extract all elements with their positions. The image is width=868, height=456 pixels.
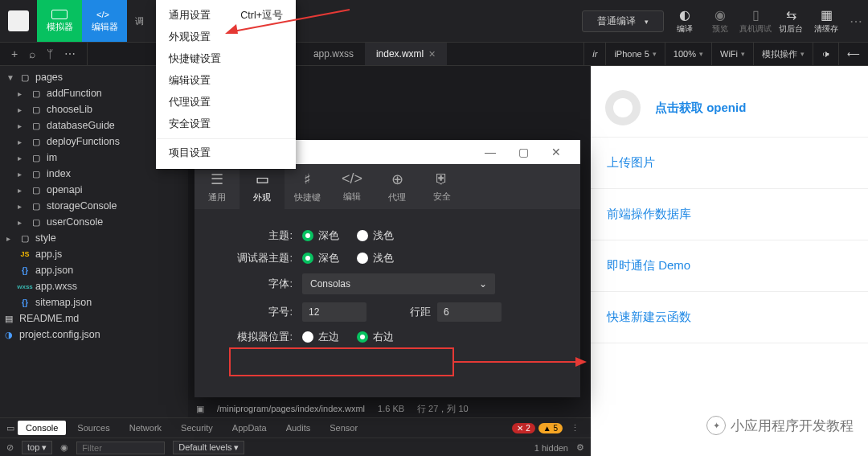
- device-select[interactable]: iPhone 5▾: [605, 43, 664, 65]
- lineheight-input[interactable]: 6: [437, 302, 502, 322]
- more-icon[interactable]: ⋯: [64, 47, 76, 60]
- menu-general-settings[interactable]: 通用设置Ctrl+逗号: [156, 5, 296, 27]
- italic-icon[interactable]: ir: [583, 43, 605, 65]
- search-icon[interactable]: ⌕: [29, 47, 35, 60]
- dt-console[interactable]: Console: [18, 421, 66, 435]
- sim-right-radio[interactable]: 右边: [357, 330, 394, 344]
- warning-badge[interactable]: ▲ 5: [538, 423, 563, 433]
- dlg-tab-appearance[interactable]: ▭外观: [240, 164, 285, 209]
- tab-label: index.wxml: [376, 48, 424, 60]
- theme-light-radio[interactable]: 浅色: [357, 228, 394, 243]
- context-select[interactable]: top ▾: [22, 441, 52, 454]
- filter-input[interactable]: [76, 442, 165, 454]
- get-openid-link[interactable]: 点击获取 openid: [655, 101, 746, 116]
- eye-icon[interactable]: ◉: [60, 442, 68, 453]
- debugger-light-radio[interactable]: 浅色: [357, 251, 394, 265]
- minimize-button[interactable]: —: [473, 146, 507, 158]
- new-file-icon[interactable]: +: [11, 47, 18, 60]
- branch-icon[interactable]: ᛘ: [47, 47, 53, 60]
- dt-audits[interactable]: Audits: [278, 421, 319, 435]
- radio-icon: [302, 230, 313, 241]
- compile-mode-select[interactable]: 普通编译 ▾: [582, 10, 664, 32]
- inspect-icon[interactable]: ▭: [6, 423, 14, 433]
- folder-storageconsole[interactable]: ▸storageConsole: [0, 198, 188, 214]
- menu-shortcut-settings[interactable]: 快捷键设置: [156, 48, 296, 70]
- pv-im-demo[interactable]: 即时通信 Demo: [591, 240, 868, 292]
- compile-button[interactable]: ◐ 编译: [667, 0, 702, 42]
- theme-dark-radio[interactable]: 深色: [302, 228, 339, 243]
- sim-ops-select[interactable]: 模拟操作▾: [753, 43, 813, 65]
- save-icon[interactable]: ▣: [196, 404, 204, 414]
- tab-app-wxss[interactable]: app.wxss: [302, 43, 365, 65]
- menu-proxy-settings[interactable]: 代理设置: [156, 92, 296, 113]
- sim-pos-label: 模拟器位置:: [217, 330, 293, 344]
- dt-network[interactable]: Network: [121, 421, 170, 435]
- preview-label: 预览: [712, 23, 728, 35]
- close-icon[interactable]: ✕: [428, 49, 436, 60]
- clear-cache-button[interactable]: ▦ 清缓存: [809, 0, 844, 42]
- network-value: WiFi: [720, 49, 738, 59]
- more-icon[interactable]: ⋮: [566, 423, 584, 433]
- debugger-button[interactable]: 调: [127, 0, 151, 42]
- sound-icon[interactable]: 🕩: [813, 43, 838, 65]
- dt-sensor[interactable]: Sensor: [321, 421, 366, 435]
- dlg-tab-general[interactable]: ☰通用: [194, 164, 240, 209]
- error-badge[interactable]: ✕ 2: [512, 423, 534, 433]
- dlg-tab-shortcuts[interactable]: ♯快捷键: [285, 164, 330, 209]
- menu-appearance-settings[interactable]: 外观设置: [156, 27, 296, 48]
- font-select[interactable]: Consolas⌄: [302, 273, 495, 294]
- file-project-config[interactable]: project.config.json: [0, 327, 188, 343]
- dt-appdata[interactable]: AppData: [224, 421, 275, 435]
- file-app-wxss[interactable]: app.wxss: [0, 278, 188, 294]
- simulator-button[interactable]: 模拟器: [37, 0, 82, 42]
- tab-label: 代理: [388, 191, 406, 203]
- caret-icon: ▸: [18, 218, 26, 227]
- editor-button[interactable]: </> 编辑器: [82, 0, 127, 42]
- menu-label: 安全设置: [169, 117, 211, 131]
- device-value: iPhone 5: [614, 49, 649, 59]
- folder-userconsole[interactable]: ▸userConsole: [0, 214, 188, 230]
- switch-icon: ⇆: [784, 7, 798, 22]
- dlg-tab-edit[interactable]: </>编辑: [330, 164, 375, 209]
- folder-openapi[interactable]: ▸openapi: [0, 182, 188, 198]
- network-select[interactable]: WiFi▾: [711, 43, 753, 65]
- clear-icon[interactable]: ⊘: [6, 442, 14, 453]
- gear-icon[interactable]: ⚙: [576, 442, 584, 453]
- link-label: 上传图片: [607, 155, 655, 169]
- file-readme[interactable]: README.md: [0, 310, 188, 327]
- pv-frontend-db[interactable]: 前端操作数据库: [591, 189, 868, 240]
- preview-button[interactable]: ◉ 预览: [702, 0, 738, 42]
- levels-select[interactable]: Default levels ▾: [173, 441, 244, 454]
- background-button[interactable]: ⇆ 切后台: [773, 0, 809, 42]
- fontsize-input[interactable]: 12: [302, 302, 366, 322]
- file-sitemap-json[interactable]: sitemap.json: [0, 294, 188, 310]
- maximize-button[interactable]: ▢: [507, 146, 540, 158]
- tab-label: 编辑: [343, 191, 361, 203]
- dlg-tab-proxy[interactable]: ⊕代理: [375, 164, 420, 209]
- pv-new-cloud-fn[interactable]: 快速新建云函数: [591, 292, 868, 343]
- menu-project-settings[interactable]: 项目设置: [156, 142, 296, 164]
- sim-left-radio[interactable]: 左边: [302, 330, 339, 344]
- file-app-js[interactable]: app.js: [0, 246, 188, 262]
- folder-style[interactable]: ▸style: [0, 230, 188, 246]
- close-button[interactable]: ✕: [540, 146, 572, 158]
- editor-label: 编辑器: [92, 21, 118, 33]
- dt-sources[interactable]: Sources: [69, 421, 117, 435]
- menu-edit-settings[interactable]: 编辑设置: [156, 70, 296, 92]
- wxss-icon: [19, 281, 31, 291]
- zoom-select[interactable]: 100%▾: [665, 43, 711, 65]
- tab-label: Sources: [77, 423, 109, 433]
- pv-upload-image[interactable]: 上传图片: [591, 138, 868, 189]
- tab-index-wxml[interactable]: index.wxml✕: [365, 43, 447, 65]
- dt-security[interactable]: Security: [173, 421, 221, 435]
- remote-debug-button[interactable]: ▯ 真机调试: [738, 0, 773, 42]
- file-app-json[interactable]: app.json: [0, 262, 188, 278]
- more-button[interactable]: ⋯: [844, 0, 868, 42]
- radio-icon: [302, 253, 313, 264]
- menu-security-settings[interactable]: 安全设置: [156, 113, 296, 135]
- dlg-tab-security[interactable]: ⛨安全: [420, 164, 465, 209]
- debugger-dark-radio[interactable]: 深色: [302, 251, 339, 265]
- file-label: app.wxss: [35, 281, 77, 292]
- folder-icon: [31, 137, 42, 146]
- collapse-icon[interactable]: ⟵: [838, 43, 868, 65]
